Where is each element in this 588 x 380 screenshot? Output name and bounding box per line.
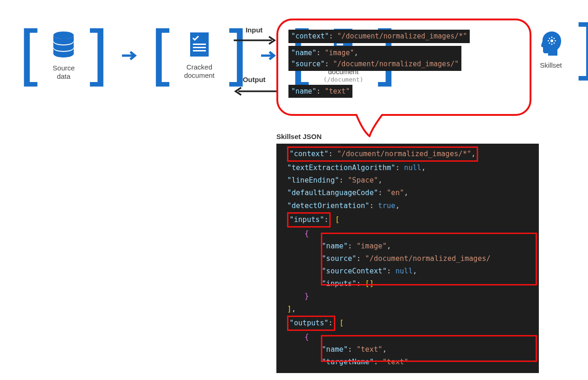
source-data-label: Source data — [53, 64, 75, 81]
cognitive-head-gear-icon — [538, 30, 564, 57]
svg-rect-2 — [193, 44, 206, 45]
arrow-right-icon — [234, 35, 276, 47]
skillset-json-code: "context": "/document/normalized_images/… — [276, 144, 539, 373]
stage-source-data: Source data — [52, 31, 75, 81]
arrow-left-icon — [234, 86, 276, 98]
skillset-panel: Skillset — [538, 30, 588, 70]
stage-cracked-document: Cracked document — [184, 32, 215, 80]
arrow-icon — [122, 50, 138, 61]
bracket-right-1 — [79, 36, 118, 75]
svg-rect-4 — [193, 50, 206, 51]
diagram-root: Source data Cracked document Enriched do… — [9, 9, 579, 371]
document-check-icon — [189, 32, 210, 59]
bubble-input-lines: "name": "image","source": "/document/nor… — [288, 46, 461, 71]
bubble-tail — [353, 112, 386, 138]
callout-bubble: "context": "/document/normalized_images/… — [276, 19, 531, 116]
bracket-left-1 — [9, 36, 48, 75]
stage-skillset: Skillset — [538, 30, 564, 70]
skillset-json-title: Skillset JSON — [276, 133, 322, 140]
database-icon — [52, 31, 75, 60]
svg-rect-11 — [355, 112, 384, 114]
bubble-output-line: "name": "text" — [288, 85, 352, 98]
svg-point-10 — [550, 39, 553, 42]
input-label: Input — [236, 26, 273, 34]
io-arrows — [234, 35, 276, 98]
svg-rect-3 — [193, 47, 206, 48]
bracket-left-2 — [141, 36, 180, 75]
skillset-label: Skillset — [540, 61, 562, 70]
bracket-right-skillset — [568, 30, 588, 69]
cracked-document-label: Cracked document — [184, 63, 215, 80]
bubble-context-line: "context": "/document/normalized_images/… — [288, 30, 470, 43]
svg-point-0 — [53, 32, 74, 39]
